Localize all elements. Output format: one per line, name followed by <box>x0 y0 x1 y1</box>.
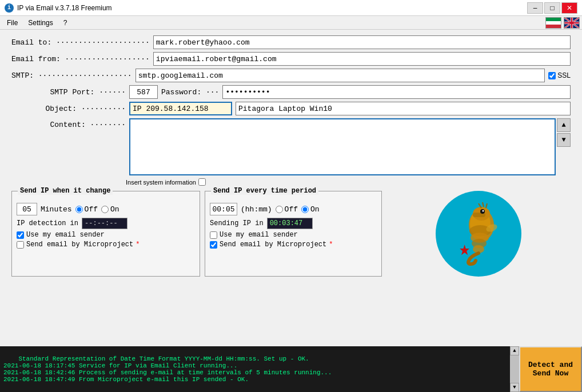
microproject-check-row: Send email by Microproject * <box>17 241 195 249</box>
period-off-radio-label[interactable]: Off <box>276 205 298 214</box>
bottom-section: Send IP when it change Minutes Off On IP… <box>11 191 571 277</box>
period-on-radio-label[interactable]: On <box>301 205 320 214</box>
change-off-radio[interactable] <box>75 206 83 213</box>
log-section: Standard Representation of Date Time For… <box>0 346 582 392</box>
sending-label: Sending IP in <box>210 219 264 227</box>
svg-point-14 <box>483 210 484 212</box>
ssl-checkbox[interactable] <box>548 72 556 79</box>
insert-sys-row: Insert system information <box>11 178 571 186</box>
period-on-radio[interactable] <box>301 206 309 213</box>
seahorse-area <box>386 191 571 277</box>
microproject-checkbox[interactable] <box>17 241 24 249</box>
language-flags <box>545 17 580 29</box>
smtp-label: SMTP: ····················· <box>11 71 132 80</box>
title-bar-controls: – □ ✕ <box>527 2 577 14</box>
hhmm-input[interactable] <box>210 203 237 215</box>
app-icon: i <box>5 3 14 13</box>
period-use-email-checkbox[interactable] <box>210 231 217 239</box>
use-email-label: Use my email sender <box>26 231 105 239</box>
email-to-label: Email to: ····················· <box>11 38 150 47</box>
change-off-label: Off <box>85 205 98 214</box>
title-bar-title: IP via Email v.3.7.18 Freemium <box>17 4 112 12</box>
log-scrollbar: ▲ ▼ <box>510 346 519 392</box>
hhmm-label: (hh:mm) <box>241 205 272 214</box>
insert-sys-checkbox[interactable] <box>198 178 206 186</box>
period-use-email-label: Use my email sender <box>220 231 298 239</box>
smtp-input[interactable] <box>135 69 545 82</box>
log-line-1: Standard Representation of Date Time For… <box>18 355 309 362</box>
svg-line-17 <box>486 203 487 208</box>
scroll-down-btn[interactable]: ▼ <box>557 133 571 147</box>
panel-period-row2: Sending IP in <box>210 218 377 229</box>
content-textarea[interactable] <box>129 118 556 175</box>
seahorse-circle <box>436 191 521 277</box>
period-asterisk-icon: * <box>329 241 333 249</box>
panel-period-title: Send IP every time period <box>211 187 318 195</box>
minutes-input[interactable] <box>17 203 37 215</box>
sending-input[interactable] <box>267 218 313 229</box>
log-line-3: 2021-06-18 18:42:46 Process of sending e… <box>3 369 332 376</box>
email-to-row: Email to: ····················· <box>11 35 571 49</box>
use-email-checkbox[interactable] <box>17 231 24 239</box>
period-microproject-check-row: Send email by Microproject * <box>210 241 377 249</box>
title-bar: i IP via Email v.3.7.18 Freemium – □ ✕ <box>0 0 582 16</box>
asterisk-icon: * <box>135 241 139 249</box>
email-to-input[interactable] <box>153 35 571 49</box>
object-ip-input[interactable] <box>129 102 232 115</box>
use-email-check-row: Use my email sender <box>17 231 195 239</box>
main-content: Email to: ····················· Email fr… <box>0 30 582 344</box>
password-input[interactable] <box>222 85 571 99</box>
panel-change-title: Send IP when it change <box>18 187 113 195</box>
log-line-2: 2021-06-18 18:17:45 Service for IP via E… <box>3 362 237 369</box>
flag-italy[interactable] <box>545 17 561 29</box>
object-desc-input[interactable] <box>236 102 571 115</box>
password-label: Password: ··· <box>161 88 219 97</box>
minutes-label: Minutes <box>41 205 72 214</box>
change-on-radio[interactable] <box>101 206 109 213</box>
menu-items: File Settings ? <box>2 18 71 28</box>
detection-input[interactable] <box>82 218 127 229</box>
content-scrollbar: ▲ ▼ <box>557 118 571 175</box>
on-radio-label[interactable]: On <box>101 205 119 214</box>
email-from-label: Email from: ··················· <box>11 55 150 63</box>
period-on-label: On <box>310 205 320 214</box>
period-off-label: Off <box>285 205 298 214</box>
log-scroll-down-btn[interactable]: ▼ <box>510 383 519 392</box>
period-off-radio[interactable] <box>276 206 283 213</box>
smtp-port-row: SMTP Port: ······ Password: ··· <box>11 85 571 99</box>
microproject-label: Send email by Microproject <box>26 241 133 249</box>
smtp-port-input[interactable] <box>129 85 158 99</box>
ssl-check[interactable]: SSL <box>548 71 571 79</box>
detect-send-button[interactable]: Detect and Send Now <box>519 346 582 392</box>
menu-file[interactable]: File <box>2 18 22 28</box>
content-row: Content: ········ ▲ ▼ <box>11 118 571 175</box>
log-line-4: 2021-06-18 18:47:49 From Microproject e-… <box>3 376 249 383</box>
smtp-port-label: SMTP Port: ······ <box>11 88 126 97</box>
period-microproject-checkbox[interactable] <box>210 241 217 249</box>
smtp-row: SMTP: ····················· SSL <box>11 69 571 82</box>
object-label: Object: ·········· <box>11 105 126 113</box>
change-on-label: On <box>110 205 119 214</box>
title-bar-left: i IP via Email v.3.7.18 Freemium <box>5 3 112 13</box>
panel-send-change: Send IP when it change Minutes Off On IP… <box>11 191 200 277</box>
scroll-up-btn[interactable]: ▲ <box>557 118 571 132</box>
off-radio-label[interactable]: Off <box>75 205 98 214</box>
menu-settings[interactable]: Settings <box>23 18 57 28</box>
menu-help[interactable]: ? <box>59 18 72 28</box>
svg-marker-23 <box>460 245 469 255</box>
close-button[interactable]: ✕ <box>561 2 577 14</box>
email-from-input[interactable] <box>153 52 571 66</box>
maximize-button[interactable]: □ <box>544 2 560 14</box>
ssl-label: SSL <box>557 71 571 79</box>
flag-uk[interactable] <box>564 17 580 29</box>
minimize-button[interactable]: – <box>527 2 543 14</box>
panel-change-row1: Minutes Off On <box>17 203 195 215</box>
log-scroll-up-btn[interactable]: ▲ <box>510 346 519 355</box>
detection-label: IP detection in <box>17 219 78 227</box>
log-text-area: Standard Representation of Date Time For… <box>0 346 510 392</box>
menu-bar: File Settings ? <box>0 16 582 30</box>
content-label: Content: ········ <box>11 118 126 129</box>
panel-period-row1: (hh:mm) Off On <box>210 203 377 215</box>
email-from-row: Email from: ··················· <box>11 52 571 66</box>
period-microproject-label: Send email by Microproject <box>220 241 326 249</box>
